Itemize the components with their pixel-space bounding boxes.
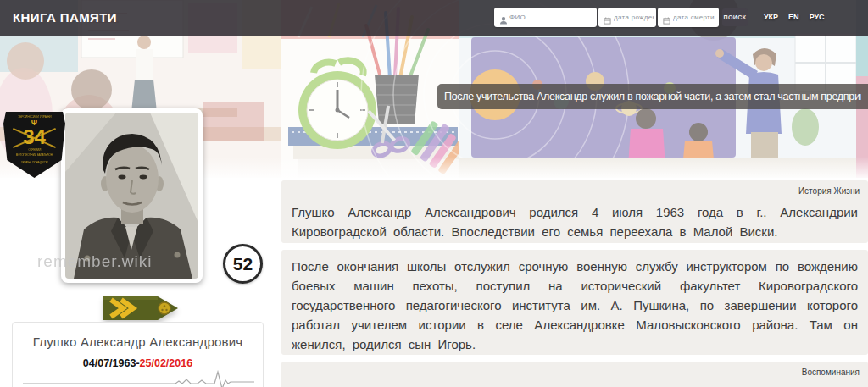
death-date: 25/02/2016 bbox=[140, 357, 193, 369]
lang-ukr[interactable]: УКР bbox=[764, 13, 778, 21]
memories-section-label: Воспоминания bbox=[802, 368, 860, 377]
badge-unit-line2: МОТОПІХОТНИЙ БАТАЛЬЙОН bbox=[16, 154, 53, 157]
birth-date: 04/07/1963 bbox=[83, 357, 136, 369]
memorial-page: КНИГА ПАМЯТИ ПОИСК УКР EN РУС bbox=[0, 0, 868, 387]
badge-bottom-text: УКРАЇНА ПОНАД УСЕ! bbox=[21, 162, 48, 164]
rank-epaulette-icon bbox=[102, 293, 180, 323]
hero-quote-text: После учительства Александр служил в пож… bbox=[444, 91, 861, 102]
profile-name-card: Глушко Александр Александрович 04/07/196… bbox=[12, 322, 264, 387]
calendar-icon bbox=[604, 13, 612, 21]
search-name-input[interactable] bbox=[509, 8, 595, 27]
top-navigation-bar: КНИГА ПАМЯТИ ПОИСК УКР EN РУС bbox=[0, 0, 868, 36]
age-value: 52 bbox=[233, 254, 253, 274]
birth-date-field bbox=[598, 8, 656, 27]
birth-date-input[interactable] bbox=[614, 8, 654, 27]
badge-unit-line1: ОКРЕМИЙ bbox=[28, 149, 41, 152]
heartbeat-line-icon bbox=[23, 368, 254, 387]
lang-rus[interactable]: РУС bbox=[810, 13, 825, 21]
life-dates: 04/07/1963-25/02/2016 bbox=[13, 357, 263, 369]
search-name-field bbox=[494, 8, 597, 27]
person-icon bbox=[499, 13, 508, 21]
biography-paragraph: После окончания школы отслужил срочную в… bbox=[292, 257, 858, 354]
main-content: История Жизни Глушко Александр Александр… bbox=[281, 180, 868, 387]
lang-en[interactable]: EN bbox=[788, 13, 799, 21]
person-name: Глушко Александр Александрович bbox=[13, 334, 263, 349]
history-section-label: История Жизни bbox=[798, 186, 860, 196]
section-memories: Воспоминания bbox=[281, 362, 868, 387]
language-switcher: УКР EN РУС bbox=[764, 13, 825, 21]
calendar-icon bbox=[663, 13, 671, 21]
section-history: История Жизни Глушко Александр Александр… bbox=[281, 180, 868, 243]
hero-quote-bar: После учительства Александр служил в пож… bbox=[437, 84, 868, 109]
site-watermark: remember.wiki bbox=[37, 252, 152, 271]
badge-top-text: ЗБРОЙНІ СИЛИ УКРАЇНИ bbox=[18, 115, 52, 118]
section-history-continued: После окончания школы отслужил срочную в… bbox=[281, 250, 868, 355]
site-title[interactable]: КНИГА ПАМЯТИ bbox=[13, 10, 117, 25]
death-date-input[interactable] bbox=[673, 8, 717, 27]
age-badge: 52 bbox=[223, 244, 263, 284]
death-date-field bbox=[658, 8, 719, 27]
badge-number: 34 bbox=[23, 127, 46, 147]
search-button[interactable]: ПОИСК bbox=[722, 8, 748, 26]
biography-paragraph: Глушко Александр Александрович родился 4… bbox=[292, 202, 858, 241]
